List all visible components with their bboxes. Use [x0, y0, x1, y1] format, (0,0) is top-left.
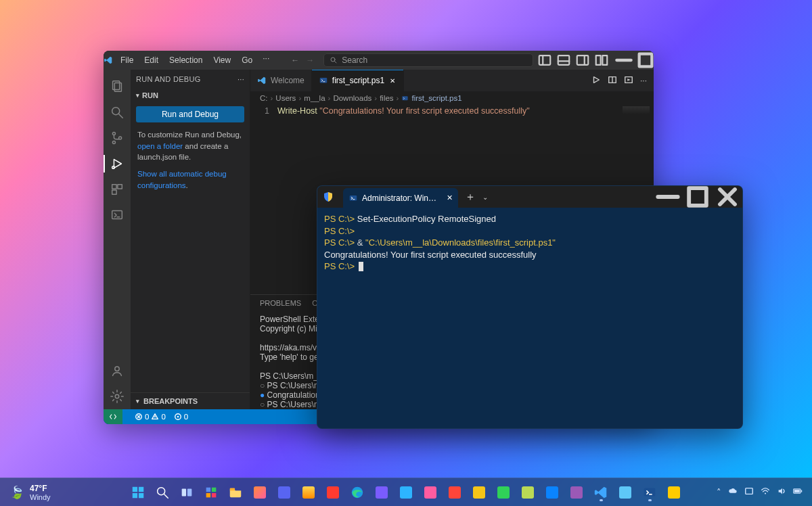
- minimap[interactable]: [623, 106, 650, 114]
- tab-dropdown-icon[interactable]: ⌄: [482, 193, 488, 201]
- status-ports[interactable]: 0: [174, 413, 188, 421]
- chevron-down-icon: ▾: [136, 92, 139, 99]
- status-errors[interactable]: 0 0: [135, 413, 166, 421]
- menu-edit[interactable]: Edit: [139, 53, 163, 67]
- taskbar-search-icon[interactable]: [152, 482, 173, 503]
- menu-selection[interactable]: Selection: [164, 53, 207, 67]
- svg-rect-44: [350, 195, 357, 200]
- taskbar-weather[interactable]: 🍃 47°F Windy: [0, 484, 60, 501]
- run-and-debug-button[interactable]: Run and Debug: [136, 106, 244, 122]
- window-maximize-button[interactable]: [683, 186, 713, 208]
- taskbar-app-icon[interactable]: [273, 482, 295, 503]
- taskbar-app-icon[interactable]: [541, 482, 563, 503]
- panel-tab-problems[interactable]: PROBLEMS: [260, 299, 301, 310]
- taskbar-app-icon[interactable]: [298, 482, 319, 503]
- tray-chevron-up-icon[interactable]: ˄: [717, 487, 721, 497]
- taskbar-vscode-icon[interactable]: [590, 482, 612, 503]
- nav-back-icon[interactable]: ←: [291, 55, 299, 65]
- command-center[interactable]: Search: [323, 53, 533, 67]
- window-minimize-button[interactable]: [613, 51, 635, 70]
- taskbar-explorer-icon[interactable]: [225, 482, 246, 503]
- taskbar-app-icon[interactable]: [420, 482, 441, 503]
- taskbar-terminal-icon[interactable]: [639, 482, 660, 503]
- svg-rect-24: [118, 185, 122, 189]
- activity-run-debug-icon[interactable]: [104, 151, 131, 177]
- taskbar-pinned-apps: [127, 482, 685, 503]
- customize-layout-icon[interactable]: [594, 53, 609, 68]
- side-more-icon[interactable]: ···: [238, 75, 244, 83]
- vscode-menu: File Edit Selection View Go ···: [116, 53, 273, 67]
- new-tab-button[interactable]: ＋: [465, 190, 476, 204]
- split-editor-icon[interactable]: [608, 75, 617, 87]
- taskbar-app-icon[interactable]: [322, 482, 344, 503]
- vscode-logo-icon: [104, 55, 113, 65]
- window-close-button[interactable]: [713, 186, 742, 208]
- taskbar: 🍃 47°F Windy ˄: [0, 478, 812, 506]
- menu-view[interactable]: View: [208, 53, 235, 67]
- activity-search-icon[interactable]: [104, 99, 131, 125]
- powershell-icon: [348, 193, 358, 203]
- activity-source-control-icon[interactable]: [104, 125, 131, 151]
- tray-volume-icon[interactable]: [777, 486, 786, 498]
- taskbar-app-icon[interactable]: [395, 482, 417, 503]
- terminal-titlebar: Administrator: Windows Powe ✕ ＋ ⌄: [317, 186, 742, 208]
- side-title: RUN AND DEBUG: [136, 75, 201, 83]
- layout-sidebar-left-icon[interactable]: [537, 53, 552, 68]
- side-section-breakpoints[interactable]: ▾ BREAKPOINTS: [131, 392, 250, 409]
- tab-welcome[interactable]: Welcome: [250, 70, 312, 91]
- taskbar-app-icon[interactable]: [663, 482, 685, 503]
- taskbar-app-icon[interactable]: [444, 482, 466, 503]
- menu-file[interactable]: File: [116, 53, 138, 67]
- window-minimize-button[interactable]: [653, 186, 683, 208]
- layout-panel-icon[interactable]: [556, 53, 571, 68]
- side-section-run[interactable]: ▾ RUN: [131, 89, 250, 102]
- editor-more-icon[interactable]: ···: [640, 76, 647, 85]
- taskbar-widgets-icon[interactable]: [200, 482, 222, 503]
- taskbar-app-icon[interactable]: [566, 482, 587, 503]
- start-button[interactable]: [127, 482, 149, 503]
- auto-debug-link[interactable]: Show all automatic debug configurations: [137, 170, 227, 189]
- taskbar-app-icon[interactable]: [371, 482, 392, 503]
- menu-more-icon[interactable]: ···: [258, 53, 273, 67]
- taskbar-taskview-icon[interactable]: [176, 482, 198, 503]
- status-remote-icon[interactable]: [104, 409, 122, 424]
- tray-onedrive-icon[interactable]: [728, 486, 738, 498]
- open-folder-link[interactable]: open a folder: [137, 142, 183, 150]
- tab-close-icon[interactable]: ✕: [388, 77, 397, 85]
- tab-close-icon[interactable]: ✕: [447, 193, 453, 202]
- svg-rect-26: [112, 211, 122, 219]
- taskbar-app-icon[interactable]: [249, 482, 271, 503]
- taskbar-app-icon[interactable]: [517, 482, 539, 503]
- layout-sidebar-right-icon[interactable]: [575, 53, 590, 68]
- activity-explorer-icon[interactable]: [104, 74, 131, 99]
- menu-go[interactable]: Go: [237, 53, 257, 67]
- run-menu-icon[interactable]: [624, 75, 633, 87]
- svg-point-16: [112, 108, 120, 115]
- terminal-tab[interactable]: Administrator: Windows Powe ✕: [343, 188, 458, 208]
- run-file-icon[interactable]: [591, 75, 601, 87]
- activity-accounts-icon[interactable]: [104, 358, 131, 384]
- svg-rect-14: [113, 81, 120, 90]
- taskbar-app-icon[interactable]: [614, 482, 636, 503]
- terminal-body[interactable]: PS C:\> Set-ExecutionPolicy RemoteSigned…: [317, 208, 742, 278]
- svg-marker-32: [593, 76, 599, 83]
- activity-extensions-icon[interactable]: [104, 177, 131, 202]
- tab-first-script[interactable]: first_script.ps1 ✕: [312, 70, 404, 91]
- breadcrumb[interactable]: C:› Users› m__la› Downloads› files› firs…: [250, 91, 654, 105]
- svg-rect-30: [320, 78, 328, 83]
- taskbar-system-tray[interactable]: ˄: [707, 486, 812, 498]
- tray-wifi-icon[interactable]: [761, 486, 770, 498]
- taskbar-app-icon[interactable]: [468, 482, 490, 503]
- svg-rect-2: [539, 55, 551, 65]
- activity-settings-icon[interactable]: [104, 384, 131, 409]
- window-maximize-button[interactable]: [635, 51, 654, 70]
- taskbar-app-icon[interactable]: [493, 482, 514, 503]
- tray-language-icon[interactable]: [744, 486, 754, 498]
- tray-battery-icon[interactable]: [793, 486, 803, 498]
- svg-rect-50: [133, 486, 137, 491]
- activity-bar: [104, 70, 131, 409]
- svg-rect-66: [746, 488, 753, 495]
- activity-powershell-icon[interactable]: [104, 202, 131, 228]
- nav-forward-icon[interactable]: →: [306, 55, 314, 65]
- taskbar-edge-icon[interactable]: [346, 482, 368, 503]
